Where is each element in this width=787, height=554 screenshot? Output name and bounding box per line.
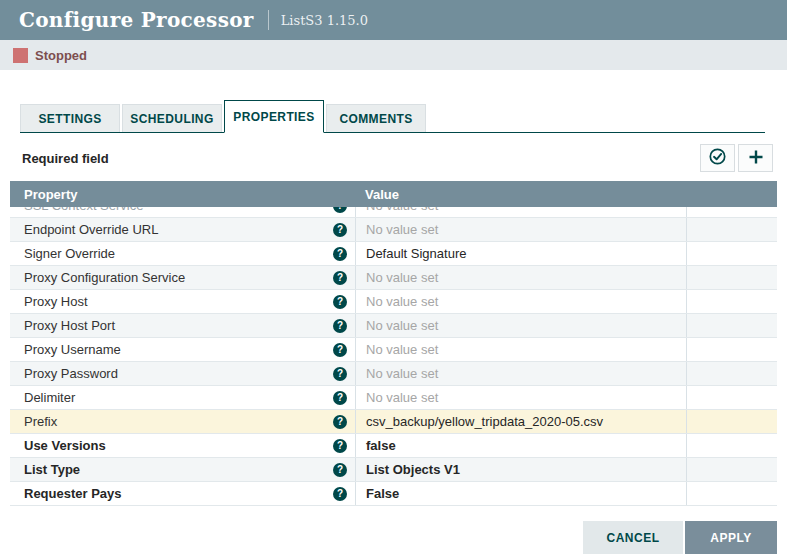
property-name: Prefix [24, 414, 57, 429]
row-extra-cell [686, 362, 777, 385]
plus-icon [747, 148, 765, 169]
property-value[interactable]: No value set [355, 314, 686, 337]
property-row: Proxy Configuration Service ? No value s… [10, 266, 777, 290]
property-row: Proxy Host ? No value set [10, 290, 777, 314]
stopped-status-icon [13, 48, 28, 63]
property-name: List Type [24, 462, 80, 477]
property-value[interactable]: No value set [355, 266, 686, 289]
tab-scheduling[interactable]: SCHEDULING [122, 104, 222, 132]
help-icon[interactable]: ? [333, 295, 347, 309]
toolbar-buttons [700, 144, 773, 172]
status-bar: Stopped [0, 40, 787, 70]
property-table-body: SSL Context Service ? No value set Endpo… [10, 207, 777, 506]
property-name: SSL Context Service [24, 207, 143, 213]
property-value[interactable]: false [355, 434, 686, 457]
property-row: List Type ? List Objects V1 [10, 458, 777, 482]
properties-toolbar: Required field [22, 144, 773, 172]
processor-type-version: ListS3 1.15.0 [281, 13, 368, 28]
tab-settings[interactable]: SETTINGS [20, 104, 120, 132]
dialog-title: Configure Processor [19, 8, 254, 32]
property-name: Use Versions [24, 438, 106, 453]
property-name: Requester Pays [24, 486, 122, 501]
status-label: Stopped [35, 48, 87, 63]
row-extra-cell [686, 338, 777, 361]
property-value[interactable]: No value set [355, 386, 686, 409]
dialog-header: Configure Processor ListS3 1.15.0 [0, 0, 787, 40]
table-header: Property Value [10, 181, 777, 207]
property-value[interactable]: csv_backup/yellow_tripdata_2020-05.csv [355, 410, 686, 433]
column-header-value: Value [355, 187, 686, 202]
required-field-label: Required field [22, 151, 109, 166]
property-row: Endpoint Override URL ? No value set [10, 218, 777, 242]
property-value[interactable]: No value set [355, 290, 686, 313]
property-value[interactable]: No value set [355, 207, 686, 217]
row-extra-cell [686, 386, 777, 409]
help-icon[interactable]: ? [333, 439, 347, 453]
property-value[interactable]: No value set [355, 338, 686, 361]
property-row: Signer Override ? Default Signature [10, 242, 777, 266]
property-name: Signer Override [24, 246, 115, 261]
property-name: Proxy Username [24, 342, 121, 357]
circle-check-icon [708, 147, 727, 169]
verify-properties-button[interactable] [700, 144, 735, 172]
row-extra-cell [686, 242, 777, 265]
property-row: Requester Pays ? False [10, 482, 777, 506]
help-icon[interactable]: ? [333, 207, 347, 213]
property-name: Proxy Password [24, 366, 118, 381]
help-icon[interactable]: ? [333, 415, 347, 429]
properties-table: Property Value SSL Context Service ? No … [10, 181, 777, 506]
property-value[interactable]: Default Signature [355, 242, 686, 265]
row-extra-cell [686, 482, 777, 505]
property-row: SSL Context Service ? No value set [10, 207, 777, 218]
help-icon[interactable]: ? [333, 343, 347, 357]
apply-button[interactable]: APPLY [685, 521, 777, 554]
property-name: Delimiter [24, 390, 75, 405]
property-value[interactable]: No value set [355, 362, 686, 385]
property-name: Proxy Host [24, 294, 88, 309]
tab-comments[interactable]: COMMENTS [326, 104, 426, 132]
tab-properties[interactable]: PROPERTIES [224, 100, 324, 133]
help-icon[interactable]: ? [333, 223, 347, 237]
property-row: Use Versions ? false [10, 434, 777, 458]
help-icon[interactable]: ? [333, 367, 347, 381]
property-row: Proxy Username ? No value set [10, 338, 777, 362]
cancel-button[interactable]: CANCEL [583, 521, 683, 554]
row-extra-cell [686, 458, 777, 481]
help-icon[interactable]: ? [333, 487, 347, 501]
tab-bar: SETTINGSSCHEDULINGPROPERTIESCOMMENTS [20, 100, 765, 133]
row-extra-cell [686, 314, 777, 337]
property-row: Delimiter ? No value set [10, 386, 777, 410]
property-name: Endpoint Override URL [24, 222, 158, 237]
property-value[interactable]: False [355, 482, 686, 505]
help-icon[interactable]: ? [333, 391, 347, 405]
configure-processor-dialog: Configure Processor ListS3 1.15.0 Stoppe… [0, 0, 787, 554]
help-icon[interactable]: ? [333, 271, 347, 285]
property-name: Proxy Host Port [24, 318, 115, 333]
property-value[interactable]: No value set [355, 218, 686, 241]
dialog-footer: CANCEL APPLY [583, 521, 777, 554]
property-value[interactable]: List Objects V1 [355, 458, 686, 481]
row-extra-cell [686, 207, 777, 217]
property-row: Prefix ? csv_backup/yellow_tripdata_2020… [10, 410, 777, 434]
row-extra-cell [686, 218, 777, 241]
row-extra-cell [686, 434, 777, 457]
help-icon[interactable]: ? [333, 463, 347, 477]
column-header-property: Property [10, 187, 355, 202]
property-name: Proxy Configuration Service [24, 270, 185, 285]
property-row: Proxy Host Port ? No value set [10, 314, 777, 338]
help-icon[interactable]: ? [333, 319, 347, 333]
add-property-button[interactable] [738, 144, 773, 172]
row-extra-cell [686, 410, 777, 433]
help-icon[interactable]: ? [333, 247, 347, 261]
property-row: Proxy Password ? No value set [10, 362, 777, 386]
row-extra-cell [686, 290, 777, 313]
title-divider [268, 10, 269, 30]
row-extra-cell [686, 266, 777, 289]
